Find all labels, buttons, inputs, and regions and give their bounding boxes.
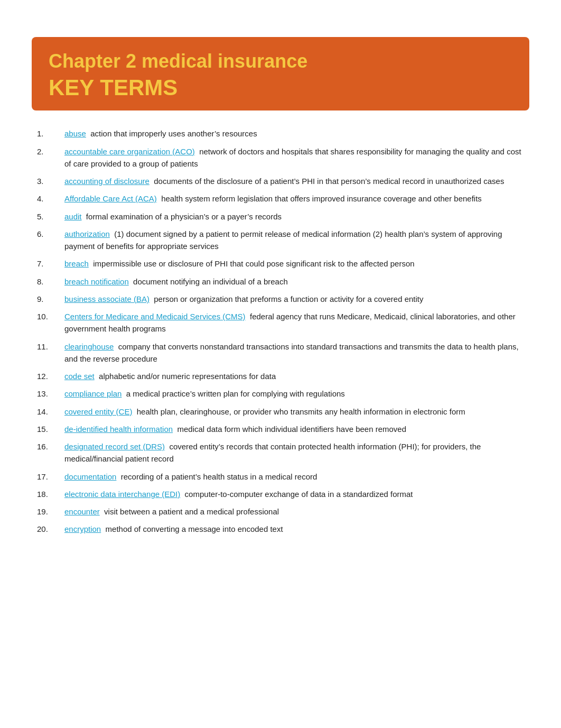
term-label: business associate (BA) bbox=[64, 294, 149, 303]
term-definition: (1) document signed by a patient to perm… bbox=[64, 229, 502, 251]
item-number: 2. bbox=[37, 145, 64, 158]
list-item: 8.breach notification document notifying… bbox=[37, 275, 524, 288]
item-content: covered entity (CE) health plan, clearin… bbox=[64, 406, 524, 418]
term-label: compliance plan bbox=[64, 389, 121, 398]
term-label: audit bbox=[64, 212, 82, 221]
item-content: code set alphabetic and/or numeric repre… bbox=[64, 370, 524, 382]
list-item: 6.authorization (1) document signed by a… bbox=[37, 228, 524, 253]
item-content: documentation recording of a patient’s h… bbox=[64, 471, 524, 483]
item-number: 13. bbox=[37, 388, 64, 400]
term-definition: a medical practice’s written plan for co… bbox=[121, 389, 344, 398]
term-label: code set bbox=[64, 372, 95, 381]
term-label: Centers for Medicare and Medicaid Servic… bbox=[64, 312, 246, 321]
list-item: 2.accountable care organization (ACO) ne… bbox=[37, 145, 524, 170]
item-content: encryption method of converting a messag… bbox=[64, 523, 524, 535]
item-number: 16. bbox=[37, 440, 64, 453]
term-label: Affordable Care Act (ACA) bbox=[64, 194, 157, 203]
term-label: accountable care organization (ACO) bbox=[64, 147, 195, 156]
item-number: 19. bbox=[37, 505, 64, 518]
item-content: authorization (1) document signed by a p… bbox=[64, 228, 524, 253]
item-content: designated record set (DRS) covered enti… bbox=[64, 440, 524, 465]
list-item: 14.covered entity (CE) health plan, clea… bbox=[37, 406, 524, 418]
list-item: 17.documentation recording of a patient’… bbox=[37, 471, 524, 483]
item-number: 10. bbox=[37, 310, 64, 322]
list-item: 20.encryption method of converting a mes… bbox=[37, 523, 524, 535]
term-label: abuse bbox=[64, 129, 86, 138]
item-content: accounting of disclosure documents of th… bbox=[64, 175, 524, 187]
term-label: breach bbox=[64, 259, 89, 268]
list-item: 18.electronic data interchange (EDI) com… bbox=[37, 488, 524, 500]
term-definition: document notifying an individual of a br… bbox=[129, 277, 288, 286]
term-label: authorization bbox=[64, 229, 110, 238]
list-item: 19.encounter visit between a patient and… bbox=[37, 505, 524, 518]
term-definition: health plan, clearinghouse, or provider … bbox=[132, 407, 465, 416]
item-number: 18. bbox=[37, 488, 64, 500]
term-definition: method of converting a message into enco… bbox=[101, 524, 283, 533]
item-number: 6. bbox=[37, 228, 64, 240]
term-label: documentation bbox=[64, 472, 116, 481]
item-content: Centers for Medicare and Medicaid Servic… bbox=[64, 310, 524, 335]
chapter-title: Chapter 2 medical insurance bbox=[49, 50, 512, 72]
list-item: 1.abuse action that improperly uses anot… bbox=[37, 127, 524, 140]
term-definition: company that converts nonstandard transa… bbox=[64, 342, 519, 363]
term-label: breach notification bbox=[64, 277, 129, 286]
item-number: 15. bbox=[37, 423, 64, 435]
list-item: 16.designated record set (DRS) covered e… bbox=[37, 440, 524, 465]
term-definition: action that improperly uses another’s re… bbox=[86, 129, 257, 138]
term-label: designated record set (DRS) bbox=[64, 442, 165, 451]
item-number: 3. bbox=[37, 175, 64, 187]
item-content: de-identified health information medical… bbox=[64, 423, 524, 435]
term-definition: medical data form which individual ident… bbox=[173, 425, 406, 434]
list-item: 5.audit formal examination of a physicia… bbox=[37, 210, 524, 223]
item-number: 12. bbox=[37, 370, 64, 382]
item-number: 1. bbox=[37, 127, 64, 140]
item-content: electronic data interchange (EDI) comput… bbox=[64, 488, 524, 500]
list-item: 15.de-identified health information medi… bbox=[37, 423, 524, 435]
term-definition: formal examination of a physician’s or a… bbox=[82, 212, 282, 221]
item-number: 20. bbox=[37, 523, 64, 535]
term-label: accounting of disclosure bbox=[64, 177, 149, 186]
term-definition: computer-to-computer exchange of data in… bbox=[180, 490, 413, 499]
item-content: Affordable Care Act (ACA) health system … bbox=[64, 192, 524, 205]
item-number: 8. bbox=[37, 275, 64, 288]
term-definition: alphabetic and/or numeric representation… bbox=[95, 372, 276, 381]
term-label: electronic data interchange (EDI) bbox=[64, 490, 180, 499]
term-label: encryption bbox=[64, 524, 101, 533]
item-content: breach notification document notifying a… bbox=[64, 275, 524, 288]
term-label: de-identified health information bbox=[64, 425, 173, 434]
list-item: 10.Centers for Medicare and Medicaid Ser… bbox=[37, 310, 524, 335]
list-item: 13.compliance plan a medical practice’s … bbox=[37, 388, 524, 400]
term-definition: person or organization that preforms a f… bbox=[149, 294, 424, 303]
item-content: clearinghouse company that converts nons… bbox=[64, 340, 524, 365]
item-content: audit formal examination of a physician’… bbox=[64, 210, 524, 223]
item-number: 17. bbox=[37, 471, 64, 483]
item-content: business associate (BA) person or organi… bbox=[64, 293, 524, 305]
item-number: 14. bbox=[37, 406, 64, 418]
item-number: 5. bbox=[37, 210, 64, 223]
item-number: 9. bbox=[37, 293, 64, 305]
item-content: breach impermissible use or disclosure o… bbox=[64, 257, 524, 270]
item-number: 4. bbox=[37, 192, 64, 205]
term-definition: visit between a patient and a medical pr… bbox=[100, 507, 279, 516]
item-content: compliance plan a medical practice’s wri… bbox=[64, 388, 524, 400]
term-label: clearinghouse bbox=[64, 342, 114, 351]
section-title: KEY TERMS bbox=[49, 76, 512, 100]
term-definition: health system reform legislation that of… bbox=[157, 194, 482, 203]
item-number: 7. bbox=[37, 257, 64, 270]
header-box: Chapter 2 medical insurance KEY TERMS bbox=[32, 37, 529, 110]
list-item: 12.code set alphabetic and/or numeric re… bbox=[37, 370, 524, 382]
term-definition: documents of the disclosure of a patient… bbox=[149, 177, 504, 186]
term-label: encounter bbox=[64, 507, 100, 516]
term-definition: impermissible use or disclosure of PHI t… bbox=[89, 259, 415, 268]
list-item: 3.accounting of disclosure documents of … bbox=[37, 175, 524, 187]
list-item: 7.breach impermissible use or disclosure… bbox=[37, 257, 524, 270]
list-item: 4.Affordable Care Act (ACA) health syste… bbox=[37, 192, 524, 205]
item-content: encounter visit between a patient and a … bbox=[64, 505, 524, 518]
terms-list: 1.abuse action that improperly uses anot… bbox=[32, 127, 529, 535]
list-item: 9.business associate (BA) person or orga… bbox=[37, 293, 524, 305]
item-number: 11. bbox=[37, 340, 64, 353]
item-content: abuse action that improperly uses anothe… bbox=[64, 127, 524, 140]
item-content: accountable care organization (ACO) netw… bbox=[64, 145, 524, 170]
list-item: 11.clearinghouse company that converts n… bbox=[37, 340, 524, 365]
term-label: covered entity (CE) bbox=[64, 407, 132, 416]
